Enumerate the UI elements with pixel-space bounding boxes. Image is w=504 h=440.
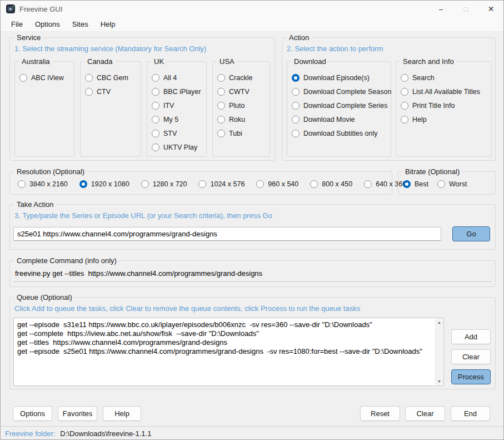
radio-all-4[interactable]: All 4 [152,71,205,85]
radio-label: UKTV Play [163,144,197,151]
radio-label: Download Episode(s) [303,74,370,82]
bitrate-group: Bitrate (Optional) BestWorst [398,171,496,195]
menu-sites[interactable]: Sites [66,18,94,31]
radio-3840-x-2160[interactable]: 3840 x 2160 [18,177,68,191]
menu-help[interactable]: Help [94,18,122,31]
radio-button-icon [217,116,225,123]
radio-button-icon [292,88,300,96]
radio-download-movie[interactable]: Download Movie [292,112,390,126]
menu-options[interactable]: Options [29,18,66,31]
radio-button-icon [364,180,372,188]
radio-button-icon [437,180,445,188]
australia-group: Australia ABC iView [14,61,74,157]
add-button[interactable]: Add [451,329,491,344]
radio-button-icon [217,74,225,82]
window-controls: – □ ✕ [428,1,503,17]
queue-line: get --episode s31e11 https://www.bbc.co.… [17,320,431,329]
radio-button-icon [401,88,408,96]
radio-pluto[interactable]: Pluto [217,98,268,112]
radio-download-episode-s[interactable]: Download Episode(s) [292,71,390,85]
resolution-options: 3840 x 21601920 x 10801280 x 7201024 x 5… [18,174,406,194]
radio-label: Worst [449,180,467,188]
radio-800-x-450[interactable]: 800 x 450 [310,177,352,191]
action-group-title: Action [286,33,312,42]
radio-label: 1920 x 1080 [91,180,129,188]
radio-abc-iview[interactable]: ABC iView [19,71,73,85]
uk-group: UK All 4BBC iPlayerITVMy 5STVUKTV Play [147,61,207,157]
radio-itv[interactable]: ITV [152,98,205,112]
radio-cbc-gem[interactable]: CBC Gem [85,71,139,85]
reset-button[interactable]: Reset [360,406,400,421]
maximize-button[interactable]: □ [453,1,478,17]
process-button[interactable]: Process [451,369,491,384]
help-button[interactable]: Help [103,406,141,421]
menu-bar: File Options Sites Help [1,17,503,32]
radio-list-all-available-titles[interactable]: List All Available Titles [401,85,490,98]
radio-label: Download Movie [303,116,355,123]
radio-label: Tubi [229,130,242,137]
freevine-gui-window: Freevine GUI – □ ✕ File Options Sites He… [0,0,504,440]
take-action-group-title: Take Action [14,200,57,209]
status-path: D:\Downloads\freevine-1.1.1 [60,429,151,438]
radio-bbc-iplayer[interactable]: BBC iPlayer [152,85,205,98]
service-instruction: 1. Select the streaming service (Mandato… [14,45,206,53]
radio-label: CWTV [229,88,249,96]
radio-1920-x-1080[interactable]: 1920 x 1080 [79,177,129,191]
radio-button-icon [403,180,411,188]
radio-worst[interactable]: Worst [437,177,467,191]
scroll-up-icon[interactable]: ▲ [436,319,443,326]
radio-label: All 4 [163,74,177,82]
radio-best[interactable]: Best [403,177,428,191]
queue-textarea[interactable]: get --episode s31e11 https://www.bbc.co.… [13,318,444,386]
end-button[interactable]: End [451,406,490,421]
queue-scrollbar[interactable]: ▲ ▼ [435,319,443,385]
command-underline [13,281,492,282]
queue-clear-button[interactable]: Clear [451,349,491,364]
canada-group: Canada CBC GemCTV [80,61,141,157]
radio-1280-x-720[interactable]: 1280 x 720 [141,177,187,191]
options-button[interactable]: Options [13,406,52,421]
favorites-button[interactable]: Favorites [58,406,97,421]
complete-command-group: Complete Command (info only) freevine.py… [9,260,496,287]
radio-stv[interactable]: STV [152,126,205,140]
radio-ctv[interactable]: CTV [85,85,139,98]
radio-button-icon [217,102,225,110]
radio-label: CBC Gem [97,74,128,82]
radio-tubi[interactable]: Tubi [217,126,268,140]
scroll-down-icon[interactable]: ▼ [436,378,443,385]
search-and-info-options: SearchList All Available TitlesPrint Tit… [401,71,490,126]
radio-960-x-540[interactable]: 960 x 540 [256,177,298,191]
radio-uktv-play[interactable]: UKTV Play [152,140,205,154]
service-group-title: Service [14,33,43,42]
radio-label: Roku [229,116,245,123]
radio-print-title-info[interactable]: Print Title Info [401,98,490,112]
bitrate-options: BestWorst [403,174,467,194]
radio-button-icon [292,74,300,82]
command-text: freevine.py get --titles https://www.cha… [15,269,262,278]
radio-crackle[interactable]: Crackle [217,71,268,85]
radio-roku[interactable]: Roku [217,112,268,126]
usa-group-title: USA [217,57,237,66]
radio-search[interactable]: Search [401,71,490,85]
radio-my-5[interactable]: My 5 [152,112,205,126]
radio-label: 1280 x 720 [153,180,187,188]
radio-download-complete-series[interactable]: Download Complete Series [292,98,390,112]
radio-button-icon [152,102,159,110]
radio-download-complete-season[interactable]: Download Complete Season [292,85,390,98]
close-button[interactable]: ✕ [478,1,503,17]
radio-help[interactable]: Help [401,112,490,126]
radio-label: ITV [163,102,174,110]
footer-clear-button[interactable]: Clear [405,406,445,421]
radio-label: ABC iView [31,74,64,82]
url-input[interactable] [13,227,441,241]
minimize-button[interactable]: – [428,1,453,17]
usa-group: USA CrackleCWTVPlutoRokuTubi [212,61,270,157]
download-group: Download Download Episode(s)Download Com… [287,61,391,157]
menu-file[interactable]: File [5,18,29,31]
go-button[interactable]: Go [452,226,490,241]
radio-download-subtitles-only[interactable]: Download Subtitles only [292,126,390,140]
radio-button-icon [292,130,300,137]
radio-1024-x-576[interactable]: 1024 x 576 [198,177,244,191]
queue-group-title: Queue (Optional) [14,293,75,302]
radio-cwtv[interactable]: CWTV [217,85,268,98]
